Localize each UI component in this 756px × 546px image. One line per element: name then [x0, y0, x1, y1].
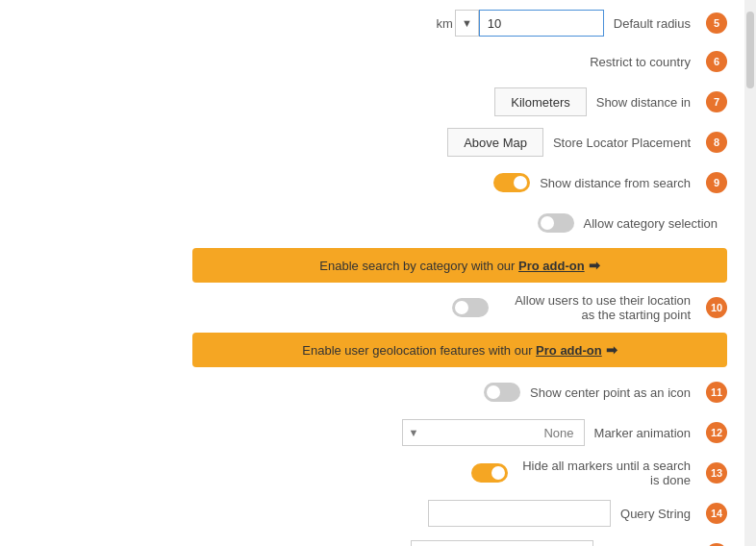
km-label: km [437, 16, 453, 31]
badge-13: 13 [706, 462, 727, 484]
query-string-label: Query String [620, 507, 691, 521]
row-allow-category: Allow category selection [0, 208, 756, 238]
query-string-input[interactable] [428, 500, 611, 527]
hide-markers-toggle[interactable] [471, 463, 508, 483]
badge-14: 14 [706, 503, 727, 524]
pro-addon-category-link[interactable]: Pro add-on [518, 259, 585, 273]
row-default-radius: km ▼ Default radius 5 [0, 10, 756, 37]
badge-6: 6 [706, 51, 727, 72]
row-show-center-icon: Show center point as an icon 11 [0, 377, 756, 408]
show-distance-search-toggle[interactable] [493, 173, 530, 192]
row-show-distance: Kilometers Show distance in 7 [0, 87, 756, 117]
allow-category-label: Allow category selection [584, 216, 718, 231]
badge-12: 12 [706, 422, 727, 443]
badge-9: 9 [706, 172, 727, 193]
row-store-locator-placement: Above Map Store Locator Placement 8 [0, 127, 756, 158]
row-marker-animation: ▼ None Marker animation 12 [0, 417, 756, 448]
scrollbar-thumb[interactable] [746, 12, 754, 88]
badge-10: 10 [706, 297, 727, 318]
settings-container: km ▼ Default radius 5 Restrict to countr… [0, 0, 756, 546]
badge-7: 7 [706, 91, 727, 112]
show-center-icon-label: Show center point as an icon [530, 385, 691, 400]
row-hide-markers: Hide all markers until a search is done … [0, 458, 756, 488]
restrict-country-label: Restrict to country [590, 55, 691, 69]
badge-5: 5 [706, 12, 727, 34]
marker-animation-label: Marker animation [594, 426, 691, 440]
default-radius-input[interactable] [479, 10, 604, 37]
unit-chevron: ▼ [462, 17, 472, 29]
allow-user-location-toggle[interactable] [452, 298, 489, 317]
pro-addon-geo-arrow: ➡ [606, 342, 617, 358]
show-center-icon-toggle[interactable] [484, 383, 520, 402]
marker-animation-dropdown[interactable]: ▼ None [402, 419, 585, 446]
pro-banner-geo-text: Enable user geolocation features with ou… [302, 343, 536, 358]
above-map-button[interactable]: Above Map [447, 128, 543, 157]
default-address-input[interactable] [411, 540, 593, 546]
scrollbar[interactable] [744, 0, 756, 546]
marker-animation-value: None [418, 426, 577, 440]
row-show-distance-from-search: Show distance from search 9 [0, 167, 756, 198]
pro-banner-category-text: Enable search by category with our [319, 259, 518, 273]
show-distance-search-label: Show distance from search [540, 176, 691, 190]
row-default-address: Default address 15 [0, 538, 756, 546]
show-distance-label: Show distance in [596, 95, 691, 110]
pro-addon-geo-link[interactable]: Pro add-on [536, 343, 602, 358]
hide-markers-label: Hide all markers until a search is done [517, 459, 691, 487]
badge-8: 8 [706, 132, 727, 153]
row-allow-user-location: Allow users to use their location as the… [0, 292, 756, 323]
row-query-string: Query String 14 [0, 498, 756, 529]
store-locator-placement-label: Store Locator Placement [553, 136, 691, 150]
dropdown-chevron: ▼ [409, 427, 419, 438]
default-radius-label: Default radius [614, 16, 691, 31]
pro-banner-category[interactable]: Enable search by category with our Pro a… [192, 248, 727, 283]
pro-banner-geolocation[interactable]: Enable user geolocation features with ou… [192, 333, 727, 367]
row-restrict-country: Restrict to country 6 [0, 46, 756, 77]
allow-category-toggle[interactable] [538, 213, 574, 233]
badge-11: 11 [706, 382, 727, 403]
show-distance-button[interactable]: Kilometers [494, 87, 586, 116]
allow-user-location-label: Allow users to use their location as the… [498, 293, 691, 322]
pro-addon-category-arrow: ➡ [589, 258, 600, 273]
